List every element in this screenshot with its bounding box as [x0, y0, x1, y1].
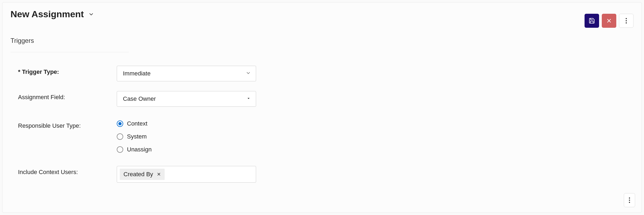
assignment-field-value: Case Owner: [123, 95, 156, 102]
assignment-field-row: Assignment Field: Case Owner: [10, 91, 634, 107]
assignment-panel: New Assignment Triggers * Trigger Type: …: [2, 2, 642, 213]
assignment-field-label: Assignment Field:: [10, 91, 117, 101]
assignment-field-select[interactable]: Case Owner: [117, 91, 256, 107]
svg-point-7: [629, 202, 630, 203]
chevron-down-icon: [88, 11, 94, 17]
svg-point-6: [629, 200, 630, 201]
responsible-user-type-label: Responsible User Type:: [10, 120, 117, 129]
include-context-users-row: Include Context Users: Created By ✕: [10, 166, 634, 183]
save-button[interactable]: [585, 14, 599, 28]
more-actions-button[interactable]: [619, 14, 634, 28]
trigger-form: * Trigger Type: Immediate Assignment Fie…: [10, 66, 634, 183]
svg-point-2: [626, 18, 627, 19]
svg-point-3: [626, 20, 627, 21]
trigger-type-row: * Trigger Type: Immediate: [10, 66, 634, 81]
header-actions: [585, 14, 634, 28]
trigger-type-value: Immediate: [123, 70, 151, 77]
close-button[interactable]: [602, 14, 616, 28]
radio-system[interactable]: System: [117, 133, 152, 140]
tag-remove-button[interactable]: ✕: [157, 172, 161, 177]
radio-unassign[interactable]: Unassign: [117, 146, 152, 153]
radio-context[interactable]: Context: [117, 120, 152, 127]
kebab-icon: [629, 197, 630, 203]
chevron-down-icon: [246, 70, 251, 77]
title-block: New Assignment: [10, 9, 95, 19]
svg-point-5: [629, 197, 630, 199]
radio-context-label: Context: [127, 120, 147, 127]
kebab-icon: [625, 18, 627, 24]
svg-point-4: [626, 22, 627, 23]
more-actions-bottom-button[interactable]: [624, 193, 635, 207]
save-icon: [589, 18, 595, 24]
tag-label: Created By: [123, 171, 153, 178]
include-context-users-input[interactable]: Created By ✕: [117, 166, 256, 183]
trigger-type-label: * Trigger Type:: [10, 66, 117, 75]
page-title: New Assignment: [10, 9, 84, 19]
responsible-user-type-row: Responsible User Type: Context System Un…: [10, 120, 634, 153]
radio-circle-icon: [117, 146, 123, 153]
radio-circle-icon: [117, 133, 123, 140]
radio-circle-icon: [117, 120, 123, 127]
radio-system-label: System: [127, 133, 147, 140]
responsible-user-type-radiogroup: Context System Unassign: [117, 120, 152, 153]
include-context-users-label: Include Context Users:: [10, 166, 117, 176]
section-title: Triggers: [10, 37, 634, 44]
header-row: New Assignment: [10, 9, 634, 28]
trigger-type-select[interactable]: Immediate: [117, 66, 256, 81]
close-icon: [606, 18, 612, 24]
radio-unassign-label: Unassign: [127, 146, 152, 153]
section-divider: [10, 52, 129, 52]
title-dropdown-toggle[interactable]: [88, 11, 95, 18]
tag-created-by: Created By ✕: [120, 169, 165, 180]
caret-down-icon: [246, 96, 251, 102]
